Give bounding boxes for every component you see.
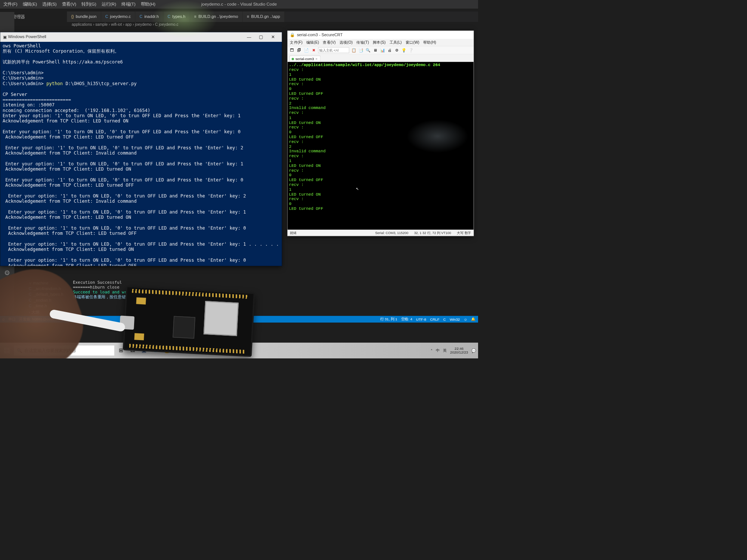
vscode-editor-tabs: {} bundle.json C joeydemo.c C inaddr.h C… xyxy=(67,12,478,22)
c-file-icon: C xyxy=(168,15,170,19)
maximize-button[interactable]: ▢ xyxy=(255,32,267,42)
menu-edit[interactable]: 编辑(E) xyxy=(23,1,37,7)
minimize-button[interactable]: — xyxy=(243,32,255,42)
breadcrumb[interactable]: applications › sample › wifi-iot › app ›… xyxy=(72,22,179,27)
securecrt-toolbar: 🗔 🗐 📄 ✖ 📋 📑 🔍 🖥 📊 🖨 ⚙ 💡 ❔ xyxy=(288,46,474,55)
toolbar-icon[interactable]: 📄 xyxy=(304,47,309,53)
securecrt-menubar: 文件(F) 编辑(E) 查看(V) 选项(O) 传输(T) 脚本(S) 工具(L… xyxy=(288,39,474,46)
tab-build-gn-joeydemo[interactable]: ≡ BUILD.gn ..\joeydemo xyxy=(190,12,243,22)
menu-view[interactable]: 查看(V) xyxy=(323,40,335,45)
status-cursor[interactable]: 行 31, 列 1 xyxy=(380,317,397,321)
menu-options[interactable]: 选项(O) xyxy=(340,40,353,45)
status-indent[interactable]: 空格: 4 xyxy=(401,317,412,321)
tray-clock[interactable]: 22:46 2020/12/23 xyxy=(450,346,468,354)
status-language[interactable]: C xyxy=(443,317,446,321)
menu-file[interactable]: 文件(F) xyxy=(290,40,303,45)
status-ready: 就绪 xyxy=(290,231,297,235)
toolbar-icon[interactable]: 🖥 xyxy=(373,47,378,53)
toolbar-icon[interactable]: 🔍 xyxy=(366,47,371,53)
c-file-icon: C xyxy=(140,15,142,19)
status-eol[interactable]: CRLF xyxy=(430,317,439,321)
menu-tools[interactable]: 工具(L) xyxy=(390,40,402,45)
menu-view[interactable]: 查看(V) xyxy=(62,1,76,7)
json-icon: {} xyxy=(71,15,74,19)
toolbar-icon[interactable]: 🖨 xyxy=(387,47,392,53)
menu-help[interactable]: 帮助(H) xyxy=(423,40,436,45)
menu-script[interactable]: 脚本(S) xyxy=(373,40,385,45)
powershell-window: ▣ Windows PowerShell — ▢ ✕ ows PowerShel… xyxy=(0,32,282,266)
status-dot-icon xyxy=(292,58,294,60)
toolbar-icon[interactable]: 📊 xyxy=(380,47,385,53)
tab-close-icon[interactable]: × xyxy=(316,57,318,61)
build-file-icon: ≡ xyxy=(247,15,249,19)
vscode-window-title: joeydemo.c - code - Visual Studio Code xyxy=(201,2,277,7)
menu-transfer[interactable]: 传输(T) xyxy=(356,40,369,45)
menu-terminal[interactable]: 终端(T) xyxy=(121,1,136,7)
status-rows: 32, 1 32 行, 72 列 VT100 xyxy=(414,231,451,235)
tab-label: inaddr.h xyxy=(144,14,159,19)
tab-bundle-json[interactable]: {} bundle.json xyxy=(67,12,101,22)
tray-date: 2020/12/23 xyxy=(450,351,468,355)
close-button[interactable]: ✕ xyxy=(267,32,279,42)
tab-label: BUILD.gn ..\app xyxy=(251,14,280,19)
tab-label: serial-com3 xyxy=(295,57,314,61)
powershell-icon: ▣ xyxy=(3,34,7,39)
mouse-cursor-icon: ↖ xyxy=(356,186,359,192)
tab-build-gn-app[interactable]: ≡ BUILD.gn ..\app xyxy=(243,12,285,22)
session-tab-serial-com3[interactable]: serial-com3 × xyxy=(289,56,320,62)
toolbar-help-icon[interactable]: ❔ xyxy=(409,47,414,53)
powershell-terminal[interactable]: ows PowerShell 所有 (C) Microsoft Corporat… xyxy=(0,42,282,266)
toolbar-icon[interactable]: ⚙ xyxy=(394,47,399,53)
toolbar-icon[interactable]: 🗔 xyxy=(289,47,295,53)
terminal-line: Execution Successful xyxy=(73,280,471,285)
tab-label: bundle.json xyxy=(76,14,97,19)
ime-indicator[interactable]: 中 xyxy=(436,348,440,353)
menu-select[interactable]: 选择(S) xyxy=(42,1,56,7)
status-connection: Serial: COM3, 115200 xyxy=(375,231,409,235)
c-file-icon: C xyxy=(105,15,108,19)
menu-help[interactable]: 帮助(H) xyxy=(141,1,155,7)
host-input[interactable] xyxy=(318,47,349,53)
status-encoding[interactable]: UTF-8 xyxy=(416,317,426,321)
menu-edit[interactable]: 编辑(E) xyxy=(306,40,319,45)
menu-goto[interactable]: 转到(G) xyxy=(81,1,96,7)
tab-types-h[interactable]: C types.h xyxy=(163,12,190,22)
powershell-titlebar[interactable]: ▣ Windows PowerShell — ▢ ✕ xyxy=(0,32,282,42)
toolbar-icon[interactable]: 📑 xyxy=(358,47,363,53)
menu-run[interactable]: 运行(R) xyxy=(102,1,116,7)
toolbar-icon[interactable]: 💡 xyxy=(402,47,407,53)
window-title: Windows PowerShell xyxy=(8,35,46,40)
status-platform[interactable]: Win32 xyxy=(450,317,460,321)
securecrt-terminal[interactable]: ../../applications/sample/wifi-iot/app/j… xyxy=(288,62,474,230)
securecrt-window: 🔒 serial-com3 - SecureCRT 文件(F) 编辑(E) 查看… xyxy=(287,31,474,236)
menu-file[interactable]: 文件(F) xyxy=(3,1,18,7)
menu-window[interactable]: 窗口(W) xyxy=(406,40,419,45)
window-title: serial-com3 - SecureCRT xyxy=(297,32,343,37)
notifications-icon[interactable]: 🔔 xyxy=(471,317,475,321)
ime-mode[interactable]: 英 xyxy=(443,348,447,353)
securecrt-titlebar[interactable]: 🔒 serial-com3 - SecureCRT xyxy=(288,31,474,39)
tray-chevron-up-icon[interactable]: ˄ xyxy=(431,348,433,353)
notifications-icon[interactable]: 💬 xyxy=(471,348,476,353)
tab-inaddr-h[interactable]: C inaddr.h xyxy=(135,12,163,22)
securecrt-icon: 🔒 xyxy=(290,32,295,37)
securecrt-tabbar: serial-com3 × xyxy=(288,54,474,62)
securecrt-statusbar: 就绪 Serial: COM3, 115200 32, 1 32 行, 72 列… xyxy=(288,230,474,236)
toolbar-icon[interactable]: 🗐 xyxy=(297,47,302,53)
disconnect-icon[interactable]: ✖ xyxy=(311,47,316,53)
toolbar-icon[interactable]: 📋 xyxy=(351,47,356,53)
build-file-icon: ≡ xyxy=(194,15,196,19)
dev-board-photograph xyxy=(123,286,255,357)
tab-label: types.h xyxy=(172,14,185,19)
system-tray: ˄ 中 英 22:46 2020/12/23 💬 xyxy=(431,346,476,354)
tab-joeydemo-c[interactable]: C joeydemo.c xyxy=(101,12,136,22)
tab-label: BUILD.gn ..\joeydemo xyxy=(198,14,238,19)
feedback-icon[interactable]: ☺ xyxy=(464,317,467,321)
tab-label: joeydemo.c xyxy=(110,14,131,19)
status-caps: 大写 数字 xyxy=(457,231,471,235)
